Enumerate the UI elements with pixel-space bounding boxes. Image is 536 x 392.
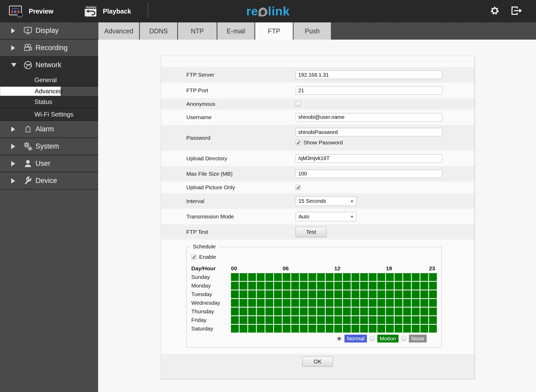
schedule-cell[interactable]	[265, 282, 273, 290]
schedule-cell[interactable]	[231, 290, 239, 298]
schedule-cell[interactable]	[352, 316, 359, 324]
password-input[interactable]	[296, 128, 442, 136]
schedule-cell[interactable]	[343, 316, 351, 324]
tab-push[interactable]: Push	[294, 22, 331, 40]
schedule-cell[interactable]	[248, 325, 256, 333]
schedule-cell[interactable]	[257, 273, 265, 281]
schedule-cell[interactable]	[369, 290, 377, 298]
upload-picture-only-checkbox[interactable]	[296, 185, 301, 190]
max-file-size-input[interactable]	[296, 170, 442, 178]
schedule-cell[interactable]	[300, 325, 308, 333]
schedule-cell[interactable]	[326, 308, 333, 315]
username-input[interactable]	[296, 113, 442, 121]
schedule-cell[interactable]	[308, 325, 316, 333]
schedule-cell[interactable]	[369, 325, 377, 333]
schedule-cell[interactable]	[274, 282, 282, 290]
schedule-cell[interactable]	[326, 299, 333, 307]
schedule-cell[interactable]	[334, 282, 342, 290]
sidebar-subitem-status[interactable]: Status	[0, 96, 98, 108]
schedule-cell[interactable]	[403, 273, 411, 281]
schedule-cell[interactable]	[265, 299, 273, 307]
schedule-cell[interactable]	[360, 299, 368, 307]
schedule-cell[interactable]	[283, 290, 290, 298]
schedule-cell[interactable]	[352, 325, 359, 333]
schedule-mode-radio-none[interactable]	[401, 336, 406, 341]
schedule-cell[interactable]	[343, 290, 351, 298]
schedule-cell[interactable]	[395, 316, 402, 324]
schedule-cell[interactable]	[334, 290, 342, 298]
schedule-cell[interactable]	[265, 325, 273, 333]
sidebar-item-alarm[interactable]: Alarm	[0, 121, 98, 138]
schedule-cell[interactable]	[403, 290, 411, 298]
schedule-cell[interactable]	[300, 282, 308, 290]
schedule-mode-label-motion[interactable]: Motion	[377, 335, 398, 342]
schedule-cell[interactable]	[308, 299, 316, 307]
schedule-cell[interactable]	[317, 282, 325, 290]
schedule-cell[interactable]	[412, 290, 420, 298]
schedule-cell[interactable]	[412, 299, 420, 307]
schedule-cell[interactable]	[377, 325, 385, 333]
schedule-cell[interactable]	[257, 325, 265, 333]
schedule-cell[interactable]	[420, 308, 428, 315]
upload-directory-input[interactable]	[296, 154, 442, 163]
schedule-cell[interactable]	[291, 325, 299, 333]
schedule-cell[interactable]	[283, 325, 290, 333]
schedule-cell[interactable]	[352, 282, 359, 290]
schedule-cell[interactable]	[334, 299, 342, 307]
schedule-cell[interactable]	[317, 308, 325, 315]
schedule-cell[interactable]	[291, 273, 299, 281]
schedule-cell[interactable]	[343, 273, 351, 281]
schedule-cell[interactable]	[257, 290, 265, 298]
schedule-cell[interactable]	[240, 325, 247, 333]
schedule-cell[interactable]	[403, 308, 411, 315]
schedule-cell[interactable]	[265, 290, 273, 298]
schedule-cell[interactable]	[429, 308, 437, 315]
schedule-cell[interactable]	[343, 299, 351, 307]
schedule-cell[interactable]	[265, 273, 273, 281]
schedule-cell[interactable]	[231, 299, 239, 307]
tab-ddns[interactable]: DDNS	[140, 22, 177, 40]
schedule-cell[interactable]	[240, 308, 247, 315]
sidebar-item-network[interactable]: Network	[0, 57, 98, 74]
schedule-cell[interactable]	[395, 325, 402, 333]
schedule-cell[interactable]	[326, 273, 333, 281]
show-password-checkbox[interactable]	[296, 140, 301, 145]
schedule-cell[interactable]	[412, 316, 420, 324]
schedule-cell[interactable]	[369, 273, 377, 281]
anonymous-checkbox[interactable]	[296, 101, 301, 107]
schedule-cell[interactable]	[291, 299, 299, 307]
schedule-cell[interactable]	[300, 308, 308, 315]
schedule-cell[interactable]	[231, 282, 239, 290]
schedule-cell[interactable]	[326, 325, 333, 333]
schedule-cell[interactable]	[317, 325, 325, 333]
sidebar-item-device[interactable]: Device	[0, 173, 98, 190]
schedule-cell[interactable]	[317, 316, 325, 324]
tab-email[interactable]: E-mail	[217, 22, 254, 40]
schedule-cell[interactable]	[352, 290, 359, 298]
sidebar-item-user[interactable]: User	[0, 155, 98, 173]
schedule-cell[interactable]	[377, 290, 385, 298]
schedule-enable-checkbox[interactable]	[191, 254, 196, 260]
schedule-cell[interactable]	[343, 308, 351, 315]
schedule-cell[interactable]	[265, 308, 273, 315]
schedule-cell[interactable]	[377, 299, 385, 307]
sidebar-item-display[interactable]: Display	[0, 22, 98, 40]
tab-advanced[interactable]: Advanced	[98, 22, 139, 40]
schedule-cell[interactable]	[420, 316, 428, 324]
schedule-cell[interactable]	[403, 325, 411, 333]
schedule-cell[interactable]	[420, 290, 428, 298]
schedule-cell[interactable]	[386, 273, 394, 281]
schedule-cell[interactable]	[395, 308, 402, 315]
schedule-cell[interactable]	[291, 308, 299, 315]
schedule-cell[interactable]	[395, 273, 402, 281]
schedule-cell[interactable]	[386, 290, 394, 298]
schedule-cell[interactable]	[412, 325, 420, 333]
schedule-cell[interactable]	[360, 316, 368, 324]
schedule-cell[interactable]	[317, 290, 325, 298]
schedule-cell[interactable]	[360, 325, 368, 333]
schedule-cell[interactable]	[248, 282, 256, 290]
schedule-cell[interactable]	[420, 282, 428, 290]
schedule-cell[interactable]	[308, 290, 316, 298]
schedule-cell[interactable]	[274, 273, 282, 281]
schedule-cell[interactable]	[377, 273, 385, 281]
